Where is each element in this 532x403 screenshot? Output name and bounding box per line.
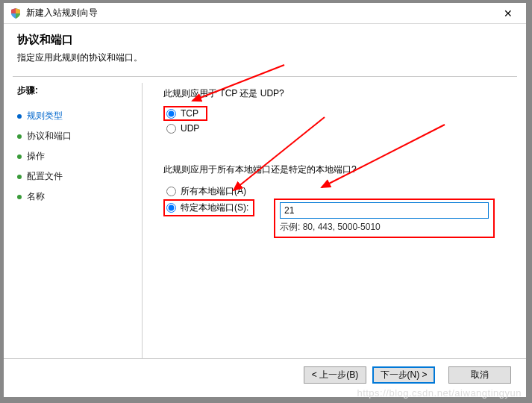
port-example-text: 示例: 80, 443, 5000-5010 xyxy=(280,221,489,234)
radio-specific-ports[interactable] xyxy=(166,203,176,213)
steps-heading: 步骤: xyxy=(17,84,134,97)
radio-udp-label: UDP xyxy=(181,123,199,134)
bullet-icon xyxy=(17,175,22,179)
radio-all-ports-label: 所有本地端口(A) xyxy=(181,185,246,198)
wizard-window: 新建入站规则向导 ✕ 协议和端口 指定应用此规则的协议和端口。 步骤: 规则类型… xyxy=(3,2,527,398)
page-subtitle: 指定应用此规则的协议和端口。 xyxy=(17,51,513,64)
wizard-content: 此规则应用于 TCP 还是 UDP? TCP UDP 此规则应用于所有本地端口还… xyxy=(143,77,526,372)
back-button[interactable]: < 上一步(B) xyxy=(304,366,366,384)
shield-icon xyxy=(10,7,22,19)
port-input[interactable] xyxy=(280,202,489,219)
bullet-icon xyxy=(17,195,22,199)
titlebar: 新建入站规则向导 ✕ xyxy=(4,3,526,24)
step-label: 名称 xyxy=(27,190,45,203)
step-label: 操作 xyxy=(27,150,45,163)
highlight-box-tcp: TCP xyxy=(163,106,207,121)
sidebar-item-profile[interactable]: 配置文件 xyxy=(17,166,134,187)
steps-sidebar: 步骤: 规则类型 协议和端口 操作 配置文件 名称 xyxy=(4,77,142,372)
radio-all-ports-row: 所有本地端口(A) xyxy=(163,184,254,199)
highlight-box-port-input: 示例: 80, 443, 5000-5010 xyxy=(274,199,495,238)
close-button[interactable]: ✕ xyxy=(493,3,523,24)
step-label: 协议和端口 xyxy=(27,130,72,143)
wizard-header: 协议和端口 指定应用此规则的协议和端口。 xyxy=(4,24,526,72)
bullet-icon xyxy=(17,154,22,159)
radio-udp[interactable] xyxy=(166,124,176,134)
radio-udp-row: UDP xyxy=(163,122,511,135)
sidebar-item-action[interactable]: 操作 xyxy=(17,146,134,166)
cancel-button[interactable]: 取消 xyxy=(448,366,511,384)
bullet-icon xyxy=(17,114,22,119)
radio-specific-ports-label: 特定本地端口(S): xyxy=(181,202,248,214)
step-label: 规则类型 xyxy=(27,110,63,122)
radio-tcp-label: TCP xyxy=(181,108,198,119)
question-protocol: 此规则应用于 TCP 还是 UDP? xyxy=(163,87,511,100)
bullet-icon xyxy=(17,134,22,139)
sidebar-item-rule-type[interactable]: 规则类型 xyxy=(17,106,134,126)
next-button[interactable]: 下一步(N) > xyxy=(372,366,435,384)
window-title: 新建入站规则向导 xyxy=(26,7,493,19)
page-title: 协议和端口 xyxy=(17,33,513,47)
radio-tcp[interactable] xyxy=(166,109,176,119)
sidebar-item-name[interactable]: 名称 xyxy=(17,187,134,207)
watermark-text: https://blog.csdn.net/aiwangtingyun xyxy=(357,387,522,399)
highlight-box-specific-port: 特定本地端口(S): xyxy=(163,199,254,216)
wizard-body: 步骤: 规则类型 协议和端口 操作 配置文件 名称 xyxy=(4,77,526,372)
sidebar-item-protocol-port[interactable]: 协议和端口 xyxy=(17,126,134,146)
question-ports: 此规则应用于所有本地端口还是特定的本地端口? xyxy=(163,163,511,176)
port-block: 所有本地端口(A) 特定本地端口(S): 示例: 80, 443, 5000-5… xyxy=(163,184,511,216)
radio-all-ports[interactable] xyxy=(166,187,176,196)
step-label: 配置文件 xyxy=(27,170,63,183)
